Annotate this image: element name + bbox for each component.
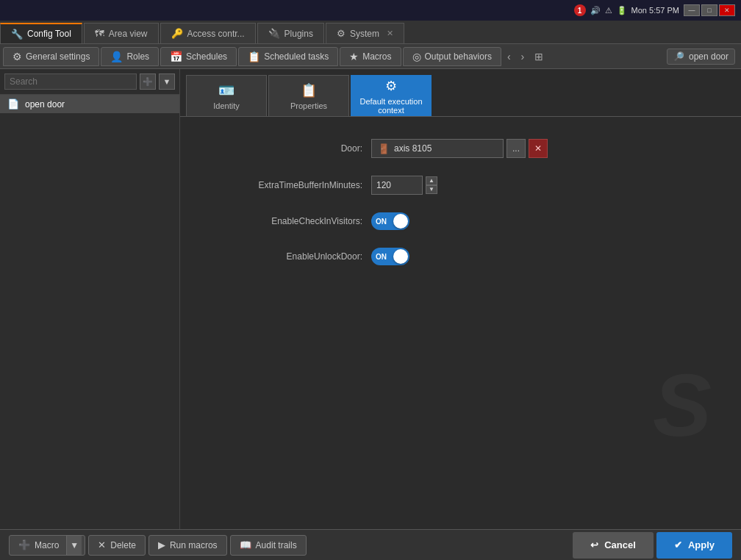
window-controls: — □ ✕ (684, 4, 735, 16)
area-view-label: Area view (109, 29, 148, 39)
run-macros-label: Run macros (170, 540, 218, 550)
sub-tab-default-execution[interactable]: ⚙ Default execution context (351, 75, 432, 116)
sidebar-list: 📄 open door (0, 95, 179, 529)
nav-expand[interactable]: ⊞ (530, 51, 548, 62)
maximize-button[interactable]: □ (701, 4, 717, 16)
run-macros-button[interactable]: ▶ Run macros (148, 535, 227, 556)
macro-dropdown-arrow[interactable]: ▼ (66, 536, 82, 555)
macro-button[interactable]: ➕ Macro ▼ (9, 535, 85, 556)
breadcrumb: 🔎 open door (667, 49, 735, 65)
cancel-icon: ↩ (590, 539, 598, 550)
default-execution-icon: ⚙ (385, 78, 397, 94)
breadcrumb-text: open door (689, 51, 729, 62)
macro-label: Macro (35, 540, 59, 550)
roles-icon: 👤 (110, 51, 123, 62)
sub-tab-identity[interactable]: 🪪 Identity (186, 75, 267, 116)
check-in-toggle-wrap: ON (371, 212, 409, 230)
search-input[interactable] (4, 73, 137, 90)
app-tab-access-control[interactable]: 🔑 Access contr... (160, 23, 256, 43)
list-item[interactable]: 📄 open door (0, 95, 179, 113)
general-settings-label: General settings (26, 51, 90, 62)
roles-label: Roles (126, 51, 149, 62)
plugins-label: Plugins (284, 29, 313, 39)
door-input-wrap: 🚪 axis 8105 ... ✕ (371, 139, 548, 158)
door-remove-button[interactable]: ✕ (529, 139, 548, 158)
plugins-icon: 🔌 (268, 28, 280, 39)
battery-icon: 🔋 (617, 6, 627, 15)
extra-time-input[interactable] (371, 176, 423, 195)
scheduled-tasks-label: Scheduled tasks (264, 51, 329, 62)
door-value: 🚪 axis 8105 (371, 139, 504, 158)
apply-label: Apply (688, 539, 715, 550)
apply-button[interactable]: ✔ Apply (656, 532, 732, 559)
item-label: open door (25, 99, 65, 110)
identity-label: Identity (213, 101, 239, 110)
check-in-toggle[interactable]: ON (371, 212, 409, 230)
door-name: axis 8105 (394, 143, 432, 154)
cancel-button[interactable]: ↩ Cancel (573, 532, 654, 559)
extra-time-label: ExtraTimeBufferInMinutes: (210, 180, 371, 190)
area-view-icon: 🗺 (95, 28, 104, 39)
audit-trails-icon: 📖 (240, 539, 251, 550)
system-icon: ⚙ (337, 28, 346, 39)
nav-tab-output-behaviors[interactable]: ◎ Output behaviors (403, 47, 501, 66)
nav-tab-roles[interactable]: 👤 Roles (101, 47, 159, 66)
macros-icon: ★ (349, 51, 359, 62)
nav-tab-scheduled-tasks[interactable]: 📋 Scheduled tasks (238, 47, 338, 66)
output-behaviors-icon: ◎ (412, 51, 421, 62)
spin-down[interactable]: ▼ (426, 185, 437, 194)
app-tab-system[interactable]: ⚙ System ✕ (326, 23, 404, 43)
main-content: ➕ ▼ 📄 open door S 🪪 Identity 📋 Propertie… (0, 69, 741, 529)
audit-trails-button[interactable]: 📖 Audit trails (230, 535, 307, 556)
app-tab-plugins[interactable]: 🔌 Plugins (257, 23, 324, 43)
access-control-icon: 🔑 (171, 28, 183, 39)
nav-tab-macros[interactable]: ★ Macros (340, 47, 401, 66)
app-tab-config-tool[interactable]: 🔧 Config Tool (0, 23, 82, 43)
delete-icon: ✕ (98, 539, 106, 550)
add-button[interactable]: ➕ (140, 73, 156, 90)
nav-tab-general[interactable]: ⚙ General settings (3, 47, 99, 66)
app-tab-area-view[interactable]: 🗺 Area view (84, 23, 159, 43)
door-icon: 🚪 (378, 143, 390, 154)
spin-up[interactable]: ▲ (426, 176, 437, 185)
minimize-button[interactable]: — (684, 4, 700, 16)
system-label: System (350, 29, 379, 39)
nav-scroll-left[interactable]: ‹ (503, 51, 515, 62)
audit-trails-label: Audit trails (256, 540, 297, 550)
alert-badge: 1 (574, 4, 586, 16)
right-panel: S 🪪 Identity 📋 Properties ⚙ Default exec… (180, 69, 741, 529)
speaker-icon: 🔊 (590, 6, 601, 15)
unlock-door-toggle[interactable]: ON (371, 248, 409, 265)
properties-icon: 📋 (301, 82, 317, 98)
delete-label: Delete (110, 540, 136, 550)
check-in-label: EnableCheckInVisitors: (210, 216, 371, 226)
schedules-icon: 📅 (170, 51, 182, 62)
general-settings-icon: ⚙ (12, 51, 22, 62)
identity-icon: 🪪 (218, 82, 235, 98)
door-label: Door: (210, 143, 371, 154)
properties-label: Properties (290, 101, 327, 110)
system-tab-close[interactable]: ✕ (387, 29, 393, 38)
macros-label: Macros (362, 51, 391, 62)
app-tabs: 🔧 Config Tool 🗺 Area view 🔑 Access contr… (0, 21, 741, 44)
filter-button[interactable]: ▼ (159, 73, 175, 90)
breadcrumb-icon: 🔎 (673, 51, 684, 62)
nav-scroll-right[interactable]: › (517, 51, 529, 62)
scheduled-tasks-icon: 📋 (248, 51, 260, 62)
cancel-label: Cancel (604, 539, 636, 550)
door-row: Door: 🚪 axis 8105 ... ✕ (210, 139, 712, 158)
nav-tab-schedules[interactable]: 📅 Schedules (160, 47, 237, 66)
bottom-bar: ➕ Macro ▼ ✕ Delete ▶ Run macros 📖 Audit … (0, 529, 741, 560)
access-control-label: Access contr... (187, 29, 245, 39)
delete-button[interactable]: ✕ Delete (88, 535, 146, 556)
check-in-toggle-knob (393, 214, 408, 229)
unlock-door-toggle-wrap: ON (371, 248, 409, 265)
check-in-row: EnableCheckInVisitors: ON (210, 212, 712, 230)
close-button[interactable]: ✕ (719, 4, 735, 16)
unlock-door-label: EnableUnlockDoor: (210, 251, 371, 262)
taskbar: 1 🔊 ⚠ 🔋 Mon 5:57 PM — □ ✕ (0, 0, 741, 21)
sub-tab-properties[interactable]: 📋 Properties (268, 75, 349, 116)
schedules-label: Schedules (186, 51, 227, 62)
default-execution-label: Default execution context (357, 97, 425, 115)
door-browse-button[interactable]: ... (506, 139, 526, 158)
